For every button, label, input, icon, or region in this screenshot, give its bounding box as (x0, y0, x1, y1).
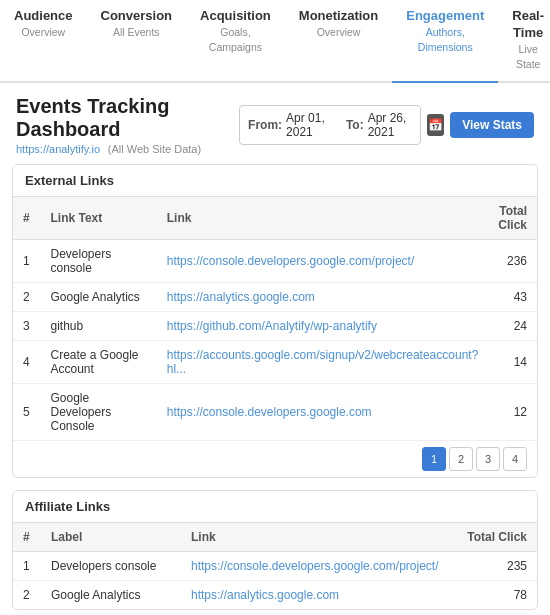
external-links-table: # Link Text Link Total Click 1 Developer… (13, 196, 537, 440)
row-link[interactable]: https://console.developers.google.com/pr… (157, 239, 489, 282)
row-label: Google Analytics (40, 282, 156, 311)
nav-item-audience[interactable]: AudienceOverview (0, 0, 87, 83)
link-anchor[interactable]: https://console.developers.google.com/pr… (167, 254, 414, 268)
row-num: 3 (13, 311, 40, 340)
affiliate-links-header-row: # Label Link Total Click (13, 522, 537, 551)
affiliate-links-table: # Label Link Total Click 1 Developers co… (13, 522, 537, 609)
row-label: Google Developers Console (40, 383, 156, 440)
row-num: 2 (13, 580, 41, 609)
nav-sub-audience: Overview (21, 26, 65, 38)
row-num: 1 (13, 239, 40, 282)
row-link[interactable]: https://analytics.google.com (157, 282, 489, 311)
header-left: Events Tracking Dashboard https://analyt… (16, 95, 239, 156)
nav-title-conversion: Conversion (101, 8, 173, 25)
site-sub: (All Web Site Data) (108, 143, 201, 155)
row-link[interactable]: https://accounts.google.com/signup/v2/we… (157, 340, 489, 383)
page-button-2[interactable]: 2 (449, 447, 473, 471)
link-anchor[interactable]: https://analytics.google.com (167, 290, 315, 304)
nav-sub-acquisition: Goals, Campaigns (209, 26, 262, 54)
row-num: 2 (13, 282, 40, 311)
table-row: 2 Google Analytics https://analytics.goo… (13, 580, 537, 609)
row-link[interactable]: https://console.developers.google.com (157, 383, 489, 440)
external-links-title: External Links (13, 165, 537, 196)
nav-bar: AudienceOverviewConversionAll EventsAcqu… (0, 0, 550, 83)
table-row: 4 Create a Google Account https://accoun… (13, 340, 537, 383)
row-label: Create a Google Account (40, 340, 156, 383)
date-separator (337, 118, 340, 132)
nav-item-engagement[interactable]: EngagementAuthors, Dimensions (392, 0, 498, 83)
row-clicks: 24 (488, 311, 537, 340)
table-row: 5 Google Developers Console https://cons… (13, 383, 537, 440)
row-num: 4 (13, 340, 40, 383)
col-header-link: Link (181, 522, 455, 551)
col-header-label: Label (41, 522, 181, 551)
row-num: 5 (13, 383, 40, 440)
table-row: 3 github https://github.com/Analytify/wp… (13, 311, 537, 340)
nav-title-engagement: Engagement (406, 8, 484, 25)
col-header-link-text: Link Text (40, 196, 156, 239)
page-button-3[interactable]: 3 (476, 447, 500, 471)
col-header-link: Link (157, 196, 489, 239)
date-to-label: To: (346, 118, 364, 132)
row-clicks: 12 (488, 383, 537, 440)
date-to-value: Apr 26, 2021 (368, 111, 413, 139)
row-label: Developers console (41, 551, 181, 580)
nav-sub-engagement: Authors, Dimensions (418, 26, 473, 54)
link-anchor[interactable]: https://console.developers.google.com (167, 405, 372, 419)
nav-sub-monetization: Overview (317, 26, 361, 38)
page-title: Events Tracking Dashboard (16, 95, 239, 141)
col-header-num: # (13, 522, 41, 551)
view-stats-button[interactable]: View Stats (450, 112, 534, 138)
date-controls: From: Apr 01, 2021 To: Apr 26, 2021 📅 Vi… (239, 105, 534, 145)
link-anchor[interactable]: https://github.com/Analytify/wp-analytif… (167, 319, 377, 333)
col-header-clicks: Total Click (455, 522, 537, 551)
affiliate-links-title: Affiliate Links (13, 491, 537, 522)
nav-item-realtime[interactable]: Real-TimeLive State (498, 0, 550, 83)
nav-item-monetization[interactable]: MonetizationOverview (285, 0, 392, 83)
row-link[interactable]: https://github.com/Analytify/wp-analytif… (157, 311, 489, 340)
affiliate-links-section: Affiliate Links # Label Link Total Click… (12, 490, 538, 610)
table-row: 2 Google Analytics https://analytics.goo… (13, 282, 537, 311)
external-links-header-row: # Link Text Link Total Click (13, 196, 537, 239)
row-label: Google Analytics (41, 580, 181, 609)
row-clicks: 14 (488, 340, 537, 383)
row-link[interactable]: https://console.developers.google.com/pr… (181, 551, 455, 580)
nav-sub-conversion: All Events (113, 26, 160, 38)
nav-title-acquisition: Acquisition (200, 8, 271, 25)
page-button-4[interactable]: 4 (503, 447, 527, 471)
row-link[interactable]: https://analytics.google.com (181, 580, 455, 609)
row-clicks: 43 (488, 282, 537, 311)
col-header-clicks: Total Click (488, 196, 537, 239)
content-area: External Links # Link Text Link Total Cl… (0, 164, 550, 615)
date-from-label: From: (248, 118, 282, 132)
calendar-icon[interactable]: 📅 (427, 114, 444, 136)
external-links-pagination: 1234 (13, 440, 537, 477)
row-label: Developers console (40, 239, 156, 282)
table-row: 1 Developers console https://console.dev… (13, 239, 537, 282)
row-clicks: 235 (455, 551, 537, 580)
link-anchor[interactable]: https://analytics.google.com (191, 588, 339, 602)
col-header-num: # (13, 196, 40, 239)
date-from-value: Apr 01, 2021 (286, 111, 331, 139)
site-link[interactable]: https://analytify.io (16, 143, 100, 155)
page-header: Events Tracking Dashboard https://analyt… (0, 83, 550, 164)
row-num: 1 (13, 551, 41, 580)
date-range-box[interactable]: From: Apr 01, 2021 To: Apr 26, 2021 (239, 105, 421, 145)
nav-title-monetization: Monetization (299, 8, 378, 25)
row-clicks: 78 (455, 580, 537, 609)
row-clicks: 236 (488, 239, 537, 282)
row-label: github (40, 311, 156, 340)
nav-item-acquisition[interactable]: AcquisitionGoals, Campaigns (186, 0, 285, 83)
table-row: 1 Developers console https://console.dev… (13, 551, 537, 580)
nav-sub-realtime: Live State (516, 43, 541, 71)
nav-title-audience: Audience (14, 8, 73, 25)
link-anchor[interactable]: https://accounts.google.com/signup/v2/we… (167, 348, 479, 376)
page-button-1[interactable]: 1 (422, 447, 446, 471)
nav-item-conversion[interactable]: ConversionAll Events (87, 0, 187, 83)
external-links-section: External Links # Link Text Link Total Cl… (12, 164, 538, 478)
link-anchor[interactable]: https://console.developers.google.com/pr… (191, 559, 438, 573)
nav-title-realtime: Real-Time (512, 8, 544, 42)
